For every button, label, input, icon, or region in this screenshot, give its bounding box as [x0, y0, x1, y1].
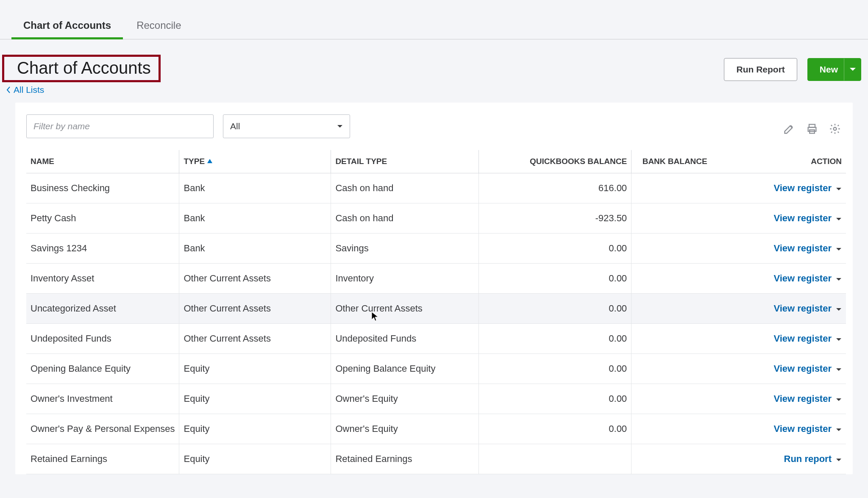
- chevron-left-icon: [6, 86, 11, 94]
- col-header-detail-type[interactable]: DETAIL TYPE: [331, 150, 479, 173]
- tab-bar: Chart of Accounts Reconcile: [0, 0, 868, 39]
- cell-action: View register: [712, 354, 846, 384]
- cell-bank-balance: [632, 234, 712, 264]
- chevron-down-icon[interactable]: [836, 333, 842, 344]
- chevron-down-icon[interactable]: [836, 423, 842, 434]
- type-filter-label: All: [230, 121, 240, 131]
- col-header-bank-balance[interactable]: BANK BALANCE: [632, 150, 712, 173]
- cell-name: Business Checking: [26, 173, 179, 203]
- cell-name: Owner's Investment: [26, 384, 179, 414]
- row-action-link[interactable]: View register: [773, 243, 842, 254]
- gear-icon[interactable]: [829, 123, 841, 136]
- cell-detail-type: Owner's Equity: [331, 384, 479, 414]
- cell-quickbooks-balance: 0.00: [479, 414, 632, 444]
- row-action-label: View register: [773, 393, 832, 404]
- table-row[interactable]: Owner's Pay & Personal ExpensesEquityOwn…: [26, 414, 846, 444]
- chevron-down-icon[interactable]: [836, 303, 842, 314]
- row-action-link[interactable]: View register: [773, 363, 842, 374]
- cell-detail-type: Cash on hand: [331, 173, 479, 203]
- edit-icon[interactable]: [783, 123, 795, 136]
- back-link-label: All Lists: [14, 85, 44, 95]
- chevron-down-icon[interactable]: [836, 393, 842, 404]
- cell-type: Equity: [179, 444, 331, 474]
- table-row[interactable]: Business CheckingBankCash on hand616.00V…: [26, 173, 846, 203]
- sort-asc-icon: [207, 159, 213, 164]
- accounts-table: NAME TYPE DETAIL TYPE QUICKBOOKS BALANCE…: [26, 150, 846, 474]
- cell-bank-balance: [632, 264, 712, 294]
- cell-quickbooks-balance: 0.00: [479, 264, 632, 294]
- cell-name: Retained Earnings: [26, 444, 179, 474]
- table-row[interactable]: Opening Balance EquityEquityOpening Bala…: [26, 354, 846, 384]
- row-action-link[interactable]: View register: [773, 183, 842, 194]
- row-action-link[interactable]: Run report: [784, 453, 842, 465]
- cell-name: Undeposited Funds: [26, 324, 179, 354]
- cell-name: Inventory Asset: [26, 264, 179, 294]
- cell-bank-balance: [632, 414, 712, 444]
- cell-name: Petty Cash: [26, 203, 179, 234]
- cell-bank-balance: [632, 203, 712, 234]
- col-header-action: ACTION: [712, 150, 846, 173]
- row-action-label: View register: [773, 303, 832, 314]
- cell-type: Other Current Assets: [179, 264, 331, 294]
- col-header-quickbooks-balance[interactable]: QUICKBOOKS BALANCE: [479, 150, 632, 173]
- new-button-dropdown[interactable]: [844, 58, 861, 81]
- tab-chart-of-accounts[interactable]: Chart of Accounts: [23, 12, 111, 39]
- cell-name: Savings 1234: [26, 234, 179, 264]
- chevron-down-icon[interactable]: [836, 213, 842, 224]
- cell-name: Opening Balance Equity: [26, 354, 179, 384]
- cell-quickbooks-balance: 0.00: [479, 384, 632, 414]
- cell-detail-type: Owner's Equity: [331, 414, 479, 444]
- cell-type: Equity: [179, 354, 331, 384]
- col-header-type-label: TYPE: [184, 157, 205, 166]
- filter-by-name-input[interactable]: [26, 114, 214, 138]
- cell-type: Other Current Assets: [179, 324, 331, 354]
- accounts-panel: All NAME TYPE DETA: [15, 103, 853, 474]
- cell-name: Owner's Pay & Personal Expenses: [26, 414, 179, 444]
- chevron-down-icon[interactable]: [836, 273, 842, 284]
- col-header-name[interactable]: NAME: [26, 150, 179, 173]
- run-report-button[interactable]: Run Report: [724, 58, 797, 81]
- table-row[interactable]: Undeposited FundsOther Current AssetsUnd…: [26, 324, 846, 354]
- chevron-down-icon[interactable]: [836, 453, 842, 465]
- table-row[interactable]: Inventory AssetOther Current AssetsInven…: [26, 264, 846, 294]
- cell-action: Run report: [712, 444, 846, 474]
- cell-name: Uncategorized Asset: [26, 294, 179, 324]
- cell-quickbooks-balance: 0.00: [479, 234, 632, 264]
- table-row[interactable]: Petty CashBankCash on hand-923.50View re…: [26, 203, 846, 234]
- row-action-link[interactable]: View register: [773, 213, 842, 224]
- chevron-down-icon[interactable]: [836, 183, 842, 194]
- toolbar: All: [26, 114, 846, 150]
- row-action-link[interactable]: View register: [773, 273, 842, 284]
- row-action-label: View register: [773, 333, 832, 344]
- tab-reconcile[interactable]: Reconcile: [136, 12, 181, 39]
- new-button-label: New: [820, 64, 838, 75]
- table-row[interactable]: Retained EarningsEquityRetained Earnings…: [26, 444, 846, 474]
- back-all-lists-link[interactable]: All Lists: [6, 85, 44, 95]
- cell-action: View register: [712, 264, 846, 294]
- cell-quickbooks-balance: 0.00: [479, 354, 632, 384]
- cell-action: View register: [712, 234, 846, 264]
- row-action-link[interactable]: View register: [773, 423, 842, 434]
- svg-point-3: [834, 128, 837, 131]
- row-action-link[interactable]: View register: [773, 393, 842, 404]
- cell-detail-type: Other Current Assets: [331, 294, 479, 324]
- page-header: Chart of Accounts Run Report New: [0, 39, 868, 82]
- cell-action: View register: [712, 384, 846, 414]
- cell-action: View register: [712, 324, 846, 354]
- cell-action: View register: [712, 294, 846, 324]
- cell-bank-balance: [632, 324, 712, 354]
- table-row[interactable]: Owner's InvestmentEquityOwner's Equity0.…: [26, 384, 846, 414]
- chevron-down-icon[interactable]: [836, 243, 842, 254]
- row-action-link[interactable]: View register: [773, 303, 842, 314]
- type-filter-select[interactable]: All: [223, 114, 350, 138]
- cell-type: Bank: [179, 234, 331, 264]
- col-header-type[interactable]: TYPE: [179, 150, 331, 173]
- chevron-down-icon[interactable]: [836, 363, 842, 374]
- row-action-link[interactable]: View register: [773, 333, 842, 344]
- table-row[interactable]: Uncategorized AssetOther Current AssetsO…: [26, 294, 846, 324]
- cell-bank-balance: [632, 294, 712, 324]
- toolbar-utility-icons: [783, 116, 846, 136]
- new-button[interactable]: New: [807, 58, 861, 81]
- table-row[interactable]: Savings 1234BankSavings0.00View register: [26, 234, 846, 264]
- print-icon[interactable]: [806, 123, 818, 136]
